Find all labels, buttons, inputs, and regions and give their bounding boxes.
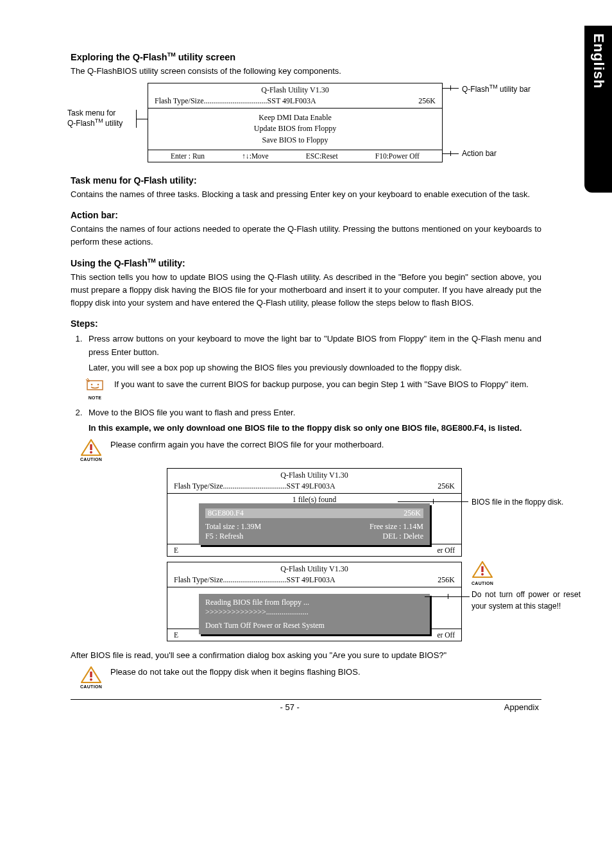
action-bar: E er Off	[167, 544, 461, 556]
heading-using-b: utility:	[156, 258, 185, 268]
figure-1: Task menu for Q-FlashTM utility Q-Flash …	[71, 83, 541, 166]
flash-size: 256K	[410, 482, 455, 491]
side-caution-text: Do not turn off power or reset your syst…	[472, 589, 581, 612]
note-icon: NOTE	[82, 378, 108, 400]
warning-text: Don't Turn Off Power or Reset System	[205, 621, 423, 630]
inner-region: 1 file(s) found 8GE800.F4 256K Total siz…	[167, 493, 461, 544]
caution-icon: CAUTION	[78, 666, 104, 689]
action-f10: F10:Power Off	[375, 152, 420, 160]
callout-task-menu: Task menu for Q-FlashTM utility	[67, 108, 141, 128]
bios-file-row: 8GE800.F4 256K	[205, 508, 423, 518]
step2-text: Move to the BIOS file you want to flash …	[89, 408, 295, 417]
size-row: Total size : 1.39M Free size : 1.14M	[205, 522, 423, 532]
footer: - 57 - Appendix	[71, 702, 541, 712]
caution-label: CAUTION	[472, 581, 493, 586]
lead-line	[136, 119, 148, 119]
callout-text-b: utility bar	[498, 85, 531, 94]
note-label: NOTE	[82, 395, 108, 400]
menu-item-1: Keep DMI Data Enable	[148, 112, 442, 123]
total-size: Total size : 1.39M	[205, 522, 261, 532]
footer-line	[71, 699, 541, 700]
flash-row: Flash Type/Size.........................…	[167, 481, 461, 493]
lead-line	[433, 499, 434, 504]
page-content: Exploring the Q-FlashTM utility screen T…	[71, 51, 541, 712]
keys-row: F5 : Refresh DEL : Delete	[205, 532, 423, 541]
qflash-box-1: Q-Flash Utility V1.30 Flash Type/Size...…	[148, 83, 443, 162]
language-tab: English	[584, 26, 612, 193]
steps-list: Press arrow buttons on your keyboard to …	[85, 333, 541, 374]
caution-text-1: Please confirm again you have the correc…	[110, 438, 541, 451]
f5-key: F5 : Refresh	[205, 532, 243, 541]
action-enter: Enter : Run	[171, 152, 205, 160]
flash-row: Flash Type/Size.........................…	[148, 96, 442, 108]
qflash-box-2: Q-Flash Utility V1.30 Flash Type/Size...…	[167, 468, 462, 557]
popup-box: Reading BIOS file from floppy ... >>>>>>…	[199, 594, 430, 634]
action-right-trunc: er Off	[437, 631, 455, 639]
figure-3: Q-Flash Utility V1.30 Flash Type/Size...…	[71, 562, 541, 645]
figure-2: Q-Flash Utility V1.30 Flash Type/Size...…	[71, 468, 541, 558]
lead-line	[448, 594, 448, 599]
callout-bios-file: BIOS file in the floppy disk.	[472, 496, 581, 508]
caution-block-2: CAUTION Please do not take out the flopp…	[78, 666, 541, 689]
heading-steps: Steps:	[71, 318, 541, 329]
action-esc: ESC:Reset	[306, 152, 338, 160]
tm-mark: TM	[167, 51, 176, 58]
qflash-box-3: Q-Flash Utility V1.30 Flash Type/Size...…	[167, 562, 462, 641]
action-move: ↑↓:Move	[242, 152, 269, 160]
qflash-title: Q-Flash Utility V1.30	[167, 469, 461, 481]
footer-spacer	[73, 702, 76, 712]
svg-rect-4	[481, 566, 483, 572]
lead-line	[450, 85, 451, 91]
svg-point-3	[90, 451, 92, 454]
action-left-trunc: E	[174, 631, 178, 639]
footer-section: Appendix	[504, 702, 539, 712]
caution-block-1: CAUTION Please confirm again you have th…	[78, 438, 541, 462]
note-text: If you want to save the current BIOS for…	[114, 378, 541, 391]
tm-mark: TM	[148, 257, 156, 264]
flash-type: Flash Type/Size.........................…	[174, 575, 410, 585]
p-using: This section tells you how to update BIO…	[71, 271, 541, 309]
step2-bold: In this example, we only download one BI…	[89, 422, 541, 435]
caution-label: CAUTION	[78, 457, 104, 462]
heading-action-bar: Action bar:	[71, 210, 541, 220]
svg-point-7	[90, 679, 92, 681]
inner-region: Reading BIOS file from floppy ... >>>>>>…	[167, 587, 461, 629]
flash-row: Flash Type/Size.........................…	[167, 575, 461, 587]
qflash-title: Q-Flash Utility V1.30	[167, 562, 461, 575]
flash-type: Flash Type/Size.........................…	[174, 482, 410, 491]
svg-rect-2	[90, 444, 92, 450]
caution-text-2: Please do not take out the floppy disk w…	[110, 666, 541, 679]
steps-list-2: Move to the BIOS file you want to flash …	[85, 406, 541, 435]
svg-point-1	[98, 384, 99, 386]
heading-task-menu: Task menu for Q-Flash utility:	[71, 175, 541, 186]
free-size: Free size : 1.14M	[370, 522, 423, 532]
callout-line2a: Q-Flash	[67, 119, 95, 128]
callout-text-a: Q-Flash	[462, 85, 489, 94]
svg-point-0	[91, 384, 93, 386]
flash-size: 256K	[410, 575, 455, 585]
caution-icon-side: CAUTION	[472, 560, 493, 586]
progress-text: >>>>>>>>>>>>>>......................	[205, 607, 423, 617]
heading-text: Exploring the Q-Flash	[71, 52, 167, 62]
after-text: After BIOS file is read, you'll see a co…	[71, 649, 541, 662]
footer-page: - 57 -	[280, 702, 300, 712]
svg-rect-6	[90, 672, 92, 677]
intro-text: The Q-FlashBIOS utility screen consists …	[71, 65, 541, 78]
menu-item-3: Save BIOS to Floppy	[148, 135, 442, 146]
bios-size: 256K	[404, 508, 421, 518]
lead-line	[425, 596, 470, 597]
reading-text: Reading BIOS file from floppy ...	[205, 598, 423, 607]
del-key: DEL : Delete	[382, 532, 423, 541]
bios-name: 8GE800.F4	[208, 508, 244, 518]
svg-point-5	[481, 573, 484, 576]
step-1: Press arrow buttons on your keyboard to …	[85, 333, 541, 374]
heading-suffix: utility screen	[176, 52, 235, 62]
heading-using-a: Using the Q-Flash	[71, 258, 148, 268]
heading-using: Using the Q-FlashTM utility:	[71, 257, 541, 268]
step-2: Move to the BIOS file you want to flash …	[85, 406, 541, 435]
tm-mark: TM	[489, 83, 498, 90]
popup-box: 8GE800.F4 256K Total size : 1.39M Free s…	[199, 503, 430, 545]
action-bar: Enter : Run ↑↓:Move ESC:Reset F10:Power …	[148, 150, 442, 162]
action-left-trunc: E	[174, 546, 178, 554]
menu-item-2: Update BIOS from Floppy	[148, 123, 442, 134]
